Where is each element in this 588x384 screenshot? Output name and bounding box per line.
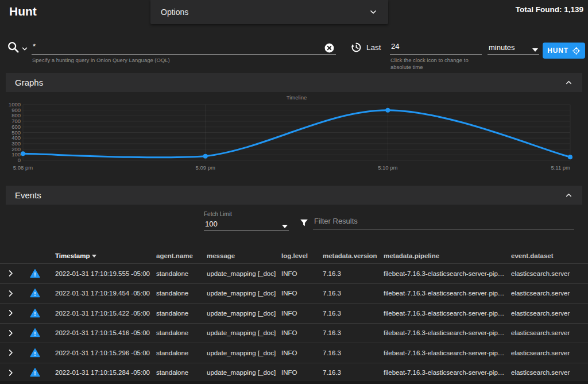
- cell-log-level: INFO: [281, 350, 323, 356]
- sort-desc-icon: [92, 255, 96, 258]
- event-warning-icon[interactable]: [25, 328, 55, 338]
- data-point: [568, 155, 572, 159]
- cell-message: update_mapping [_doc]: [207, 270, 281, 277]
- cell-agent-name: standalone: [156, 350, 207, 356]
- menu-down-icon: [532, 48, 538, 52]
- event-warning-icon[interactable]: [25, 348, 55, 358]
- events-section-title: Events: [15, 190, 41, 200]
- column-header-metadata-pipeline[interactable]: metadata.pipeline: [384, 252, 511, 259]
- query-input[interactable]: [32, 39, 336, 55]
- total-found-label: Total Found:: [516, 5, 562, 14]
- table-row[interactable]: 2022-01-31 17:10:19.555 -05:00 standalon…: [0, 263, 588, 283]
- row-expand-chevron-icon[interactable]: [0, 348, 25, 357]
- menu-down-icon: [282, 225, 288, 228]
- row-expand-chevron-icon[interactable]: [0, 368, 25, 377]
- options-expansion-panel[interactable]: Options: [150, 0, 388, 24]
- cell-metadata-version: 7.16.3: [323, 350, 384, 356]
- x-tick-label: 5:08 pm: [13, 164, 33, 171]
- chart-title: Timeline: [287, 94, 307, 101]
- event-warning-icon[interactable]: [25, 367, 55, 378]
- row-expand-chevron-icon[interactable]: [0, 309, 25, 317]
- cell-metadata-version: 7.16.3: [323, 310, 384, 317]
- column-header-log-level[interactable]: log.level: [281, 252, 323, 259]
- fetch-limit-value: 100: [205, 220, 218, 228]
- row-expand-chevron-icon[interactable]: [0, 289, 25, 298]
- hunt-button-label: HUNT: [547, 47, 568, 55]
- hunt-button[interactable]: HUNT: [543, 43, 585, 59]
- table-row[interactable]: 2022-01-31 17:10:19.454 -05:00 standalon…: [0, 283, 588, 304]
- y-tick-label: 0: [18, 157, 21, 163]
- column-header-timestamp[interactable]: Timestamp: [55, 252, 156, 259]
- cell-timestamp: 2022-01-31 17:10:15.296 -05:00: [55, 350, 156, 356]
- event-warning-icon[interactable]: [25, 268, 55, 279]
- cell-event-dataset: elasticsearch.server: [511, 329, 588, 336]
- cell-metadata-version: 7.16.3: [323, 369, 384, 376]
- event-warning-icon[interactable]: [25, 308, 55, 318]
- cell-event-dataset: elasticsearch.server: [511, 369, 588, 376]
- cell-timestamp: 2022-01-31 17:10:15.422 -05:00: [55, 310, 156, 317]
- cell-event-dataset: elasticsearch.server: [511, 270, 588, 277]
- cell-timestamp: 2022-01-31 17:10:15.416 -05:00: [55, 329, 156, 336]
- y-tick-label: 200: [11, 146, 21, 152]
- cell-metadata-pipeline: filebeat-7.16.3-elasticsearch-server-pip…: [384, 369, 511, 376]
- horizontal-scrollbar-track[interactable]: [0, 381, 588, 384]
- time-unit-select[interactable]: minutes: [488, 39, 539, 55]
- cell-log-level: INFO: [281, 290, 323, 297]
- cell-message: update_mapping [_doc]: [207, 290, 281, 297]
- filter-results-input[interactable]: [313, 214, 574, 229]
- table-header-row: Timestamp agent.name message log.level m…: [0, 248, 588, 263]
- crosshair-icon: [572, 47, 581, 55]
- x-tick-label: 5:10 pm: [378, 164, 397, 171]
- clear-query-icon[interactable]: [324, 43, 335, 53]
- table-row[interactable]: 2022-01-31 17:10:15.284 -05:00 standalon…: [0, 363, 588, 383]
- cell-message: update_mapping [_doc]: [207, 350, 281, 356]
- y-tick-label: 300: [11, 140, 21, 147]
- history-clock-icon[interactable]: [350, 41, 362, 53]
- cell-event-dataset: elasticsearch.server: [511, 310, 588, 317]
- cell-agent-name: standalone: [156, 270, 207, 277]
- cell-log-level: INFO: [281, 329, 323, 336]
- fetch-limit-select[interactable]: 100: [204, 217, 289, 231]
- timeline-chart: Timeline01002003004005006007008009001000…: [6, 94, 582, 175]
- column-header-event-dataset[interactable]: event.dataset: [511, 252, 588, 259]
- column-header-metadata-version[interactable]: metadata.version: [323, 252, 384, 259]
- data-point: [203, 154, 208, 159]
- cell-metadata-version: 7.16.3: [323, 290, 384, 297]
- cell-event-dataset: elasticsearch.server: [511, 350, 588, 356]
- row-expand-chevron-icon[interactable]: [0, 329, 25, 337]
- events-section-header[interactable]: Events: [6, 186, 582, 205]
- cell-metadata-pipeline: filebeat-7.16.3-elasticsearch-server-pip…: [384, 329, 511, 336]
- chevron-up-icon: [564, 78, 573, 87]
- cell-agent-name: standalone: [156, 329, 207, 336]
- graphs-section-title: Graphs: [15, 78, 43, 87]
- duration-input[interactable]: [390, 39, 482, 55]
- cell-metadata-pipeline: filebeat-7.16.3-elasticsearch-server-pip…: [384, 270, 511, 277]
- search-icon: [7, 41, 20, 53]
- table-row[interactable]: 2022-01-31 17:10:15.416 -05:00 standalon…: [0, 323, 588, 343]
- filter-funnel-icon: [299, 218, 309, 228]
- fetch-limit-label: Fetch Limit: [204, 211, 289, 217]
- x-tick-label: 5:11 pm: [551, 164, 570, 171]
- event-warning-icon[interactable]: [25, 288, 55, 298]
- cell-agent-name: standalone: [156, 290, 207, 297]
- cell-metadata-pipeline: filebeat-7.16.3-elasticsearch-server-pip…: [384, 350, 511, 356]
- row-expand-chevron-icon[interactable]: [0, 269, 25, 278]
- column-header-agent-name[interactable]: agent.name: [156, 252, 207, 259]
- page-title: Hunt: [9, 5, 37, 18]
- y-tick-label: 600: [11, 124, 21, 130]
- chevron-down-icon: [369, 7, 378, 17]
- y-tick-label: 700: [11, 118, 21, 124]
- table-row[interactable]: 2022-01-31 17:10:15.422 -05:00 standalon…: [0, 303, 588, 323]
- cell-timestamp: 2022-01-31 17:10:15.284 -05:00: [55, 369, 156, 376]
- options-label: Options: [161, 7, 188, 17]
- cell-agent-name: standalone: [156, 310, 207, 317]
- graphs-section-header[interactable]: Graphs: [6, 73, 582, 92]
- column-header-message[interactable]: message: [207, 252, 281, 259]
- data-point: [385, 108, 390, 113]
- cell-metadata-pipeline: filebeat-7.16.3-elasticsearch-server-pip…: [384, 310, 511, 317]
- table-row[interactable]: 2022-01-31 17:10:15.296 -05:00 standalon…: [0, 343, 588, 363]
- query-mode-chevron-icon[interactable]: [21, 45, 29, 53]
- table-body: 2022-01-31 17:10:19.555 -05:00 standalon…: [0, 263, 588, 382]
- x-tick-label: 5:09 pm: [196, 164, 215, 171]
- total-found: Total Found: 1,139: [516, 5, 583, 14]
